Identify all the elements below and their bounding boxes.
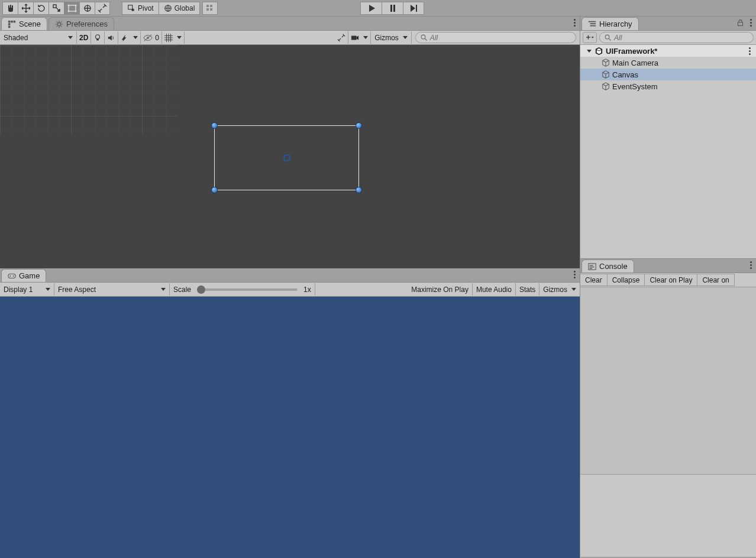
lighting-toggle[interactable] (91, 31, 105, 44)
handle-top-right[interactable] (356, 122, 362, 129)
fx-icon (121, 34, 129, 42)
svg-rect-23 (97, 38, 99, 40)
gear-icon (55, 20, 63, 28)
svg-point-8 (131, 8, 134, 11)
hidden-count: 0 (155, 34, 159, 42)
console-log-area[interactable] (580, 287, 756, 474)
console-clear-on-play-toggle[interactable]: Clear on Play (644, 274, 697, 286)
search-icon (605, 34, 612, 41)
scene-viewport[interactable] (0, 45, 580, 268)
svg-rect-11 (210, 5, 212, 7)
rect-tool-button[interactable] (64, 2, 79, 15)
kebab-icon[interactable] (748, 19, 754, 27)
two-d-toggle[interactable]: 2D (77, 31, 91, 44)
tab-console[interactable]: Console (581, 259, 634, 272)
grid-dropdown[interactable] (162, 31, 185, 44)
tools-dropdown[interactable] (335, 31, 348, 44)
right-column: Hierarchy All UIFramework* (580, 17, 756, 558)
tab-scene[interactable]: Scene (1, 17, 47, 30)
snap-toggle-button[interactable] (202, 2, 218, 15)
audio-toggle[interactable] (105, 31, 118, 44)
global-mode-button[interactable]: Global (159, 2, 201, 15)
hierarchy-item-canvas[interactable]: Canvas (580, 69, 756, 80)
clear-on-play-label: Clear on Play (650, 276, 692, 284)
scene-search-input[interactable]: All (415, 32, 576, 43)
scene-menu-icon[interactable] (747, 47, 752, 55)
camera-icon (351, 34, 359, 42)
stats-toggle[interactable]: Stats (516, 283, 539, 296)
svg-rect-35 (590, 23, 596, 24)
fx-dropdown[interactable] (118, 31, 141, 44)
move-tool-button[interactable] (18, 2, 33, 15)
scene-grid (0, 45, 177, 134)
svg-rect-14 (390, 5, 392, 12)
handle-bottom-left[interactable] (211, 187, 218, 193)
hierarchy-tab-menu (736, 19, 754, 27)
scene-name-label: UIFramework* (606, 47, 657, 56)
display-dropdown[interactable]: Display 1 (0, 283, 54, 296)
mute-audio-toggle[interactable]: Mute Audio (473, 283, 516, 296)
lock-icon[interactable] (736, 19, 744, 27)
svg-point-2 (67, 4, 69, 6)
svg-rect-43 (590, 268, 592, 268)
pivot-handle[interactable] (283, 154, 290, 161)
hand-tool-button[interactable] (2, 2, 18, 15)
hierarchy-item-eventsystem[interactable]: EventSystem (580, 80, 756, 92)
transform-tool-button[interactable] (79, 2, 95, 15)
maximize-on-play-toggle[interactable]: Maximize On Play (408, 283, 473, 296)
svg-rect-12 (206, 8, 209, 11)
scene-tab-menu[interactable] (571, 19, 577, 27)
svg-point-5 (75, 10, 76, 12)
svg-point-22 (96, 34, 100, 38)
svg-line-28 (425, 38, 427, 40)
custom-tool-button[interactable] (95, 2, 110, 15)
tab-preferences[interactable]: Preferences (49, 17, 114, 30)
aspect-dropdown[interactable]: Free Aspect (54, 283, 170, 296)
eye-off-icon (143, 34, 153, 42)
game-tab-menu[interactable] (571, 271, 577, 278)
kebab-icon (571, 271, 577, 278)
rotate-tool-button[interactable] (33, 2, 49, 15)
svg-rect-42 (590, 267, 595, 267)
svg-rect-20 (8, 25, 11, 28)
scale-slider[interactable]: Scale 1x (170, 283, 315, 296)
slider-thumb[interactable] (197, 286, 205, 294)
foldout-icon[interactable] (586, 48, 592, 54)
tools-icon (337, 34, 345, 42)
console-tab-menu[interactable] (748, 261, 754, 269)
handle-bottom-right[interactable] (356, 187, 362, 193)
scale-value: 1x (303, 286, 311, 294)
camera-dropdown[interactable] (348, 31, 371, 44)
step-button[interactable] (403, 2, 424, 15)
console-collapse-toggle[interactable]: Collapse (607, 274, 645, 286)
clear-label: Clear (585, 276, 602, 284)
handle-top-left[interactable] (211, 122, 218, 129)
tab-game[interactable]: Game (1, 269, 46, 282)
console-detail-area[interactable] (580, 474, 756, 557)
pause-button[interactable] (382, 2, 403, 15)
hierarchy-search-input[interactable]: All (599, 32, 754, 43)
svg-rect-34 (589, 21, 596, 22)
console-clear-button[interactable]: Clear (580, 274, 607, 286)
kebab-icon (748, 261, 754, 269)
create-button[interactable] (583, 32, 597, 43)
transform-tool-group (2, 2, 110, 15)
pivot-mode-button[interactable]: Pivot (122, 2, 159, 15)
svg-rect-17 (11, 20, 13, 22)
tab-hierarchy[interactable]: Hierarchy (581, 17, 639, 30)
gizmos-dropdown[interactable]: Gizmos (371, 31, 412, 44)
game-gizmos-dropdown[interactable]: Gizmos (539, 283, 580, 296)
scale-tool-button[interactable] (49, 2, 64, 15)
hierarchy-panel: All UIFramework* Main Camera Canvas Eve (580, 31, 756, 259)
shading-mode-dropdown[interactable]: Shaded (0, 31, 77, 44)
console-clear-on-toggle[interactable]: Clear on (697, 274, 734, 286)
hierarchy-item-main-camera[interactable]: Main Camera (580, 57, 756, 69)
visibility-toggle[interactable]: 0 (141, 31, 162, 44)
svg-rect-15 (393, 5, 395, 12)
game-viewport[interactable] (0, 297, 580, 558)
hierarchy-scene-row[interactable]: UIFramework* (580, 45, 756, 57)
rect-selection[interactable] (214, 125, 359, 190)
play-button[interactable] (360, 2, 382, 15)
hierarchy-search-placeholder: All (614, 34, 622, 42)
slider-track[interactable] (197, 288, 298, 291)
